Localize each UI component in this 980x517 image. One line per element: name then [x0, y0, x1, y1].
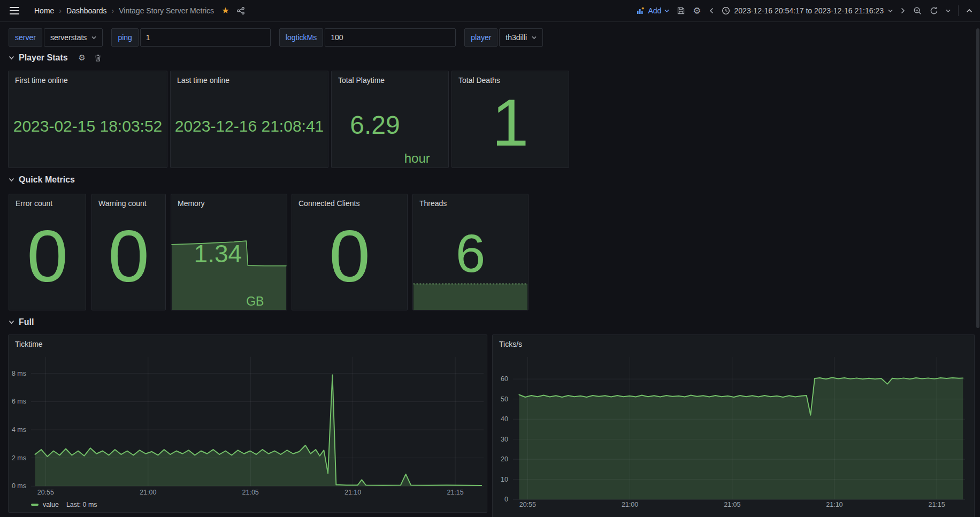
- variable-ping: ping: [111, 28, 270, 47]
- row-delete-trash-icon[interactable]: [94, 54, 102, 62]
- share-icon[interactable]: [236, 6, 245, 15]
- row-quick-metrics[interactable]: Quick Metrics: [9, 175, 75, 185]
- variable-logtickms: logtickMs: [279, 28, 456, 47]
- y-axis-label: 0 ms: [12, 482, 26, 490]
- x-axis-label: 21:10: [826, 501, 843, 508]
- breadcrumb-separator: ›: [59, 6, 62, 15]
- panel-title[interactable]: Memory: [171, 194, 287, 212]
- panel-title[interactable]: Last time online: [171, 71, 328, 89]
- variable-server-label: server: [9, 28, 42, 47]
- chart-legend: value Last: 0 ms: [31, 501, 97, 508]
- hamburger-menu-icon[interactable]: [7, 5, 21, 17]
- panel-connected-clients: Connected Clients 0: [292, 194, 408, 310]
- variable-player: player th3dilli: [464, 28, 543, 47]
- variable-logtickms-input[interactable]: [325, 28, 456, 47]
- x-axis-label: 21:00: [140, 489, 156, 496]
- panel-total-playtime: Total Playtime 6.29 hour: [331, 71, 449, 168]
- y-axis-label: 4 ms: [12, 426, 26, 434]
- stat-number: 1.34: [194, 241, 242, 266]
- y-axis-label: 2 ms: [12, 454, 26, 462]
- x-axis-label: 20:55: [37, 489, 54, 496]
- panel-title[interactable]: Error count: [9, 194, 86, 212]
- panel-title[interactable]: Total Deaths: [452, 71, 569, 89]
- x-axis-label: 21:00: [622, 501, 638, 508]
- stat-unit: GB: [246, 295, 264, 308]
- chevron-down-icon: [664, 9, 669, 13]
- variable-server-select[interactable]: serverstats: [44, 28, 103, 47]
- refresh-interval-chevron-icon[interactable]: [946, 9, 951, 13]
- chevron-down-icon: [9, 178, 14, 182]
- panel-first-time-online: First time online 2023-02-15 18:03:52: [8, 71, 167, 168]
- legend-swatch: [31, 504, 39, 506]
- refresh-icon[interactable]: [930, 6, 938, 15]
- breadcrumb-current-dashboard[interactable]: Vintage Story Server Metrics: [119, 6, 214, 15]
- variable-logtickms-label: logtickMs: [279, 28, 323, 47]
- row-player-stats[interactable]: Player Stats ⚙: [9, 53, 102, 63]
- panel-total-deaths: Total Deaths 1: [451, 71, 569, 168]
- grafana-dashboard: Home › Dashboards › Vintage Story Server…: [0, 0, 980, 517]
- collapse-nav-chevron-up-icon[interactable]: [966, 9, 973, 13]
- time-range-forward-icon[interactable]: [900, 7, 906, 14]
- chevron-down-icon: [91, 36, 96, 40]
- row-settings-gear-icon[interactable]: ⚙: [79, 53, 86, 63]
- save-dashboard-icon[interactable]: [677, 6, 685, 15]
- panel-title[interactable]: Connected Clients: [292, 194, 407, 212]
- ticktime-chart[interactable]: 0 ms2 ms4 ms6 ms8 ms20:5521:0021:0521:10…: [9, 335, 487, 512]
- y-axis-label: 10: [501, 476, 508, 483]
- favorite-star-icon[interactable]: ★: [221, 6, 229, 15]
- variable-ping-label: ping: [111, 28, 138, 47]
- ticks-per-second-chart[interactable]: 010203040506020:5521:0021:0521:1021:15: [493, 335, 974, 517]
- variable-server: server serverstats: [9, 28, 103, 47]
- breadcrumb-dashboards[interactable]: Dashboards: [66, 6, 107, 15]
- breadcrumb-separator: ›: [112, 6, 114, 15]
- x-axis-label: 21:05: [724, 501, 740, 508]
- panel-memory: Memory 1.34 GB: [171, 194, 287, 310]
- chevron-down-icon: [9, 320, 14, 324]
- breadcrumb: Home › Dashboards › Vintage Story Server…: [34, 6, 214, 15]
- x-axis-label: 21:10: [344, 489, 361, 496]
- bar-chart-plus-icon: [636, 6, 645, 15]
- dashboard-settings-gear-icon[interactable]: ⚙: [693, 5, 701, 17]
- y-axis-label: 6 ms: [12, 398, 26, 405]
- add-button[interactable]: Add: [636, 6, 669, 15]
- y-axis-label: 0: [504, 496, 508, 503]
- stat-number: 6.29: [350, 112, 400, 138]
- variable-player-select[interactable]: th3dilli: [499, 28, 543, 47]
- panel-title[interactable]: Warning count: [92, 194, 165, 212]
- panel-title[interactable]: Ticks/s: [493, 335, 974, 353]
- top-nav: Home › Dashboards › Vintage Story Server…: [0, 0, 980, 22]
- x-axis-label: 21:05: [242, 489, 259, 496]
- row-title-player-stats: Player Stats: [19, 53, 68, 63]
- row-title-full: Full: [19, 317, 34, 327]
- panel-last-time-online: Last time online 2023-12-16 21:08:41: [170, 71, 328, 168]
- x-axis-label: 21:15: [929, 501, 945, 508]
- variable-ping-input[interactable]: [140, 28, 271, 47]
- time-range-back-icon[interactable]: [709, 7, 714, 14]
- clock-icon: [722, 6, 730, 15]
- x-axis-label: 21:15: [447, 489, 463, 496]
- y-axis-label: 40: [501, 415, 508, 423]
- time-range-picker[interactable]: 2023-12-16 20:54:17 to 2023-12-16 21:16:…: [722, 6, 893, 15]
- y-axis-label: 8 ms: [12, 370, 26, 377]
- legend-series-name[interactable]: value: [43, 501, 59, 508]
- panel-title[interactable]: Total Playtime: [332, 71, 448, 89]
- nav-right: Add ⚙ 2023-12-16 20:54:17 to 2023-12-16 …: [636, 5, 973, 17]
- chevron-down-icon: [9, 56, 14, 60]
- divider: [958, 5, 959, 16]
- y-axis-label: 50: [501, 396, 508, 403]
- time-range-text: 2023-12-16 20:54:17 to 2023-12-16 21:16:…: [734, 6, 884, 15]
- row-full[interactable]: Full: [9, 317, 34, 327]
- chevron-down-icon: [532, 36, 537, 40]
- zoom-out-time-icon[interactable]: [913, 6, 922, 16]
- vertical-scrollbar[interactable]: [976, 28, 979, 328]
- panel-title[interactable]: Ticktime: [9, 335, 487, 353]
- chevron-down-icon: [888, 9, 893, 13]
- panel-title[interactable]: First time online: [9, 71, 167, 89]
- panel-ticks-per-second: Ticks/s 010203040506020:5521:0021:0521:1…: [492, 334, 975, 517]
- stat-unit: hour: [404, 152, 430, 165]
- panel-title[interactable]: Threads: [413, 194, 528, 212]
- y-axis-label: 20: [501, 455, 508, 463]
- breadcrumb-home[interactable]: Home: [34, 6, 54, 15]
- panel-ticktime: Ticktime 0 ms2 ms4 ms6 ms8 ms20:5521:002…: [8, 334, 487, 513]
- panel-warning-count: Warning count 0: [91, 194, 166, 310]
